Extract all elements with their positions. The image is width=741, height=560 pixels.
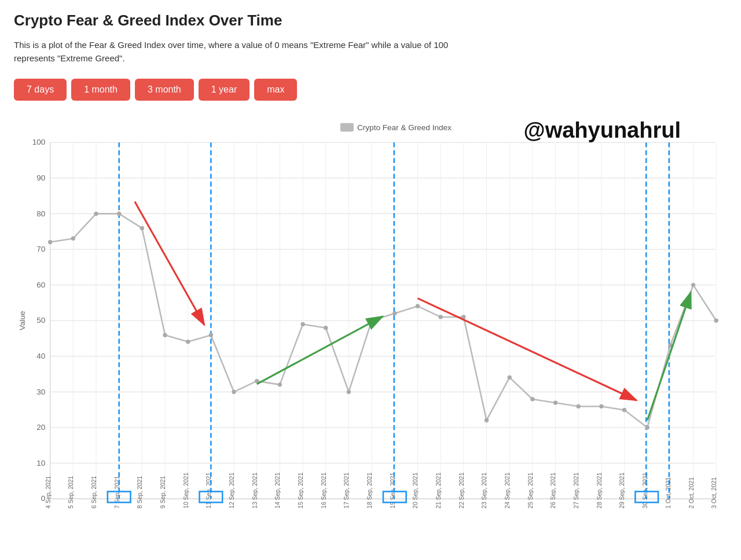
btn-3month[interactable]: 3 month <box>135 79 194 101</box>
svg-text:14 Sep, 2021: 14 Sep, 2021 <box>274 473 281 509</box>
svg-text:29 Sep, 2021: 29 Sep, 2021 <box>619 473 626 509</box>
btn-7days[interactable]: 7 days <box>14 79 67 101</box>
svg-point-88 <box>163 333 167 337</box>
y-axis-title: Value <box>18 311 27 330</box>
svg-point-105 <box>553 401 557 405</box>
svg-point-89 <box>186 340 190 344</box>
svg-point-109 <box>645 425 650 429</box>
svg-point-96 <box>347 390 351 394</box>
svg-rect-1 <box>340 123 354 132</box>
svg-text:15 Sep, 2021: 15 Sep, 2021 <box>298 473 304 509</box>
svg-text:10 Sep, 2021: 10 Sep, 2021 <box>183 473 189 509</box>
svg-text:21 Sep, 2021: 21 Sep, 2021 <box>435 473 442 509</box>
svg-text:25 Sep, 2021: 25 Sep, 2021 <box>527 473 534 509</box>
svg-text:3 Oct, 2021: 3 Oct, 2021 <box>711 477 717 509</box>
y-label-20: 20 <box>36 423 46 432</box>
svg-text:18 Sep, 2021: 18 Sep, 2021 <box>366 473 373 509</box>
svg-text:5 Sep, 2021: 5 Sep, 2021 <box>68 476 74 508</box>
y-label-60: 60 <box>36 281 46 289</box>
chart-container: @wahyunahrul Crypto Fear & Greed Index <box>14 112 727 535</box>
svg-point-83 <box>48 240 52 244</box>
svg-point-91 <box>232 390 236 394</box>
page-description: This is a plot of the Fear & Greed Index… <box>14 39 454 65</box>
line-chart: Crypto Fear & Greed Index <box>14 112 727 535</box>
svg-text:6 Sep, 2021: 6 Sep, 2021 <box>91 476 97 508</box>
svg-text:23 Sep, 2021: 23 Sep, 2021 <box>481 473 487 509</box>
y-label-50: 50 <box>36 316 46 325</box>
svg-text:13 Sep, 2021: 13 Sep, 2021 <box>252 473 258 509</box>
svg-text:8 Sep, 2021: 8 Sep, 2021 <box>137 476 143 508</box>
svg-text:4 Sep, 2021: 4 Sep, 2021 <box>45 476 52 508</box>
legend-label: Crypto Fear & Greed Index <box>357 123 452 132</box>
btn-1month[interactable]: 1 month <box>71 79 130 101</box>
svg-text:27 Sep, 2021: 27 Sep, 2021 <box>573 473 579 509</box>
svg-point-93 <box>278 382 282 386</box>
y-label-70: 70 <box>36 245 46 253</box>
svg-text:22 Sep, 2021: 22 Sep, 2021 <box>458 473 465 509</box>
page-title: Crypto Fear & Greed Index Over Time <box>14 12 727 30</box>
svg-point-85 <box>94 212 98 216</box>
y-label-40: 40 <box>36 352 46 360</box>
svg-point-99 <box>416 304 420 308</box>
y-label-80: 80 <box>36 209 46 218</box>
svg-point-103 <box>507 375 511 380</box>
svg-text:17 Sep, 2021: 17 Sep, 2021 <box>343 473 350 509</box>
svg-text:9 Sep, 2021: 9 Sep, 2021 <box>160 476 166 508</box>
y-label-30: 30 <box>36 388 46 396</box>
svg-point-86 <box>117 212 121 216</box>
svg-point-112 <box>714 319 718 323</box>
btn-1year[interactable]: 1 year <box>199 79 250 101</box>
svg-text:12 Sep, 2021: 12 Sep, 2021 <box>229 473 235 509</box>
svg-text:1 Oct, 2021: 1 Oct, 2021 <box>665 477 672 509</box>
svg-point-87 <box>140 226 144 230</box>
svg-point-90 <box>209 333 213 337</box>
svg-text:16 Sep, 2021: 16 Sep, 2021 <box>321 473 327 509</box>
svg-text:20 Sep, 2021: 20 Sep, 2021 <box>412 473 419 509</box>
y-label-100: 100 <box>32 138 46 146</box>
svg-point-104 <box>530 397 534 401</box>
svg-point-84 <box>71 237 75 241</box>
svg-point-108 <box>622 408 626 412</box>
svg-text:28 Sep, 2021: 28 Sep, 2021 <box>596 473 603 509</box>
time-range-buttons: 7 days 1 month 3 month 1 year max <box>14 79 727 101</box>
svg-point-98 <box>392 311 397 315</box>
svg-text:24 Sep, 2021: 24 Sep, 2021 <box>504 473 511 509</box>
y-label-10: 10 <box>36 459 46 467</box>
svg-point-95 <box>324 326 328 330</box>
btn-max[interactable]: max <box>254 79 297 101</box>
svg-point-102 <box>485 418 489 422</box>
svg-text:26 Sep, 2021: 26 Sep, 2021 <box>550 473 556 509</box>
y-label-90: 90 <box>36 174 46 182</box>
svg-point-106 <box>577 404 581 408</box>
svg-point-107 <box>599 404 603 408</box>
svg-text:2 Oct, 2021: 2 Oct, 2021 <box>688 477 695 509</box>
svg-point-100 <box>438 315 442 319</box>
svg-point-111 <box>691 283 695 287</box>
svg-point-94 <box>300 322 305 326</box>
